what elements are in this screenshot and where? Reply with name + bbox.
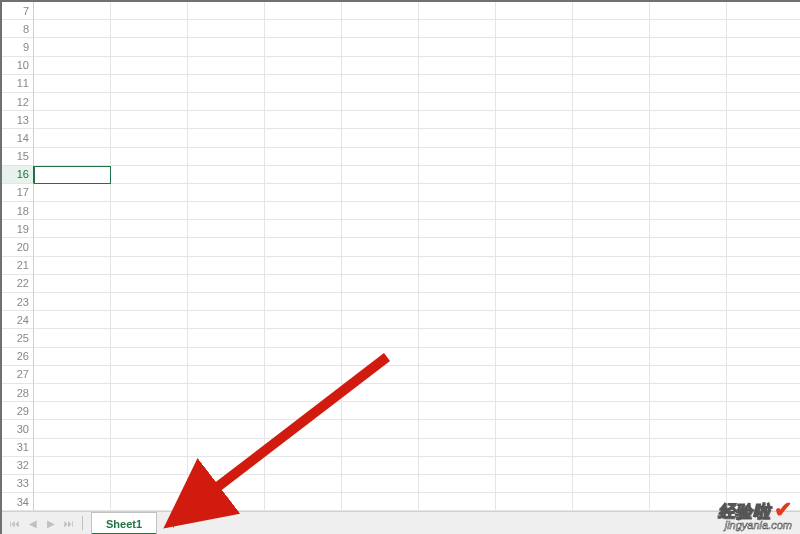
cell[interactable] <box>188 420 265 438</box>
cell[interactable] <box>34 420 111 438</box>
cell[interactable] <box>265 129 342 147</box>
cell[interactable] <box>650 238 727 256</box>
cell[interactable] <box>573 329 650 347</box>
cell[interactable] <box>573 129 650 147</box>
cell[interactable] <box>419 402 496 420</box>
cell[interactable] <box>419 148 496 166</box>
cell[interactable] <box>265 311 342 329</box>
row-header[interactable]: 27 <box>2 366 34 384</box>
cell[interactable] <box>188 493 265 511</box>
cell[interactable] <box>111 457 188 475</box>
cell[interactable] <box>34 129 111 147</box>
cell[interactable] <box>573 148 650 166</box>
cell[interactable] <box>34 257 111 275</box>
cell[interactable] <box>650 348 727 366</box>
cell[interactable] <box>188 329 265 347</box>
cell[interactable] <box>496 238 573 256</box>
cell[interactable] <box>188 148 265 166</box>
cell[interactable] <box>188 184 265 202</box>
cell[interactable] <box>34 402 111 420</box>
cell[interactable] <box>496 257 573 275</box>
cell[interactable] <box>111 439 188 457</box>
cell[interactable] <box>188 166 265 184</box>
cell[interactable] <box>188 220 265 238</box>
cell[interactable] <box>342 93 419 111</box>
cell[interactable] <box>573 166 650 184</box>
row-header[interactable]: 15 <box>2 148 34 166</box>
cell[interactable] <box>496 20 573 38</box>
row-header[interactable]: 7 <box>2 2 34 20</box>
cell[interactable] <box>573 184 650 202</box>
cell[interactable] <box>727 93 800 111</box>
cell[interactable] <box>188 238 265 256</box>
cell[interactable] <box>496 148 573 166</box>
cell[interactable] <box>34 348 111 366</box>
cell[interactable] <box>265 384 342 402</box>
cell[interactable] <box>111 166 188 184</box>
row-header[interactable]: 29 <box>2 402 34 420</box>
cell[interactable] <box>573 275 650 293</box>
cell[interactable] <box>265 475 342 493</box>
row-header[interactable]: 25 <box>2 329 34 347</box>
cell[interactable] <box>265 184 342 202</box>
row-header[interactable]: 24 <box>2 311 34 329</box>
cell[interactable] <box>342 20 419 38</box>
cell[interactable] <box>496 493 573 511</box>
row-header[interactable]: 17 <box>2 184 34 202</box>
cell[interactable] <box>111 20 188 38</box>
cell[interactable] <box>265 293 342 311</box>
cell[interactable] <box>265 57 342 75</box>
cell[interactable] <box>111 384 188 402</box>
cell[interactable] <box>34 2 111 20</box>
cell[interactable] <box>111 148 188 166</box>
cell[interactable] <box>727 220 800 238</box>
cell[interactable] <box>727 238 800 256</box>
nav-last-button[interactable]: ⏭ <box>60 514 78 532</box>
cell[interactable] <box>265 220 342 238</box>
cell[interactable] <box>650 20 727 38</box>
cell[interactable] <box>188 348 265 366</box>
row-header[interactable]: 10 <box>2 57 34 75</box>
cell[interactable] <box>419 493 496 511</box>
row-header[interactable]: 31 <box>2 439 34 457</box>
cell[interactable] <box>727 293 800 311</box>
cell[interactable] <box>573 384 650 402</box>
row-header[interactable]: 34 <box>2 493 34 511</box>
cell[interactable] <box>650 311 727 329</box>
cell[interactable] <box>573 439 650 457</box>
nav-prev-button[interactable]: ◀ <box>24 514 42 532</box>
row-header[interactable]: 21 <box>2 257 34 275</box>
cell[interactable] <box>727 366 800 384</box>
row-header[interactable]: 12 <box>2 93 34 111</box>
cell[interactable] <box>496 184 573 202</box>
row-header[interactable]: 22 <box>2 275 34 293</box>
cell[interactable] <box>265 75 342 93</box>
cell[interactable] <box>111 366 188 384</box>
cell[interactable] <box>650 148 727 166</box>
cell[interactable] <box>265 493 342 511</box>
cell[interactable] <box>727 166 800 184</box>
cell[interactable] <box>265 238 342 256</box>
cell[interactable] <box>342 457 419 475</box>
cell[interactable] <box>265 257 342 275</box>
cell[interactable] <box>650 129 727 147</box>
cell[interactable] <box>573 348 650 366</box>
cell[interactable] <box>650 75 727 93</box>
cell[interactable] <box>573 202 650 220</box>
cell[interactable] <box>342 57 419 75</box>
cell[interactable] <box>34 57 111 75</box>
cell[interactable] <box>496 439 573 457</box>
cell[interactable] <box>419 275 496 293</box>
cell[interactable] <box>419 93 496 111</box>
cell[interactable] <box>496 475 573 493</box>
cell[interactable] <box>496 2 573 20</box>
cell[interactable] <box>342 257 419 275</box>
cell[interactable] <box>188 402 265 420</box>
cell[interactable] <box>727 475 800 493</box>
cell[interactable] <box>188 293 265 311</box>
cell[interactable] <box>496 220 573 238</box>
row-header[interactable]: 19 <box>2 220 34 238</box>
cell[interactable] <box>496 275 573 293</box>
cell[interactable] <box>727 257 800 275</box>
cell[interactable] <box>188 475 265 493</box>
